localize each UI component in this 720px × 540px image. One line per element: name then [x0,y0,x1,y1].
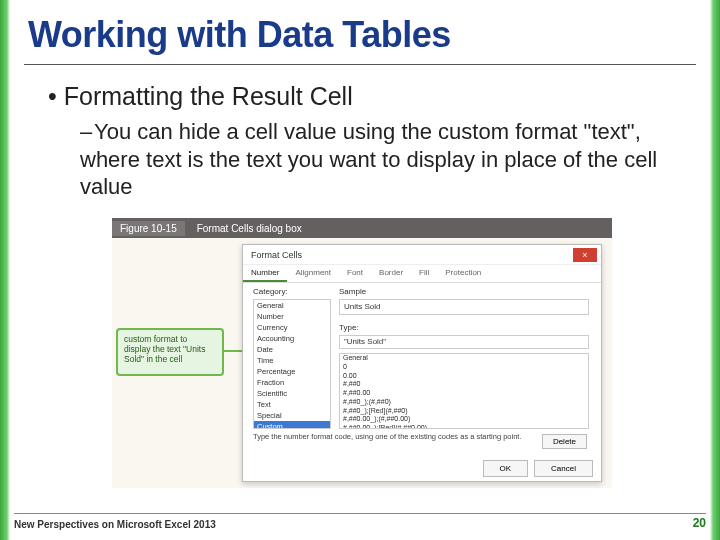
dash-icon: – [80,118,94,146]
list-item[interactable]: 0 [340,363,588,372]
bullet-level1: Formatting the Result Cell [48,82,672,111]
list-item[interactable]: Date [254,344,330,355]
tab-number[interactable]: Number [243,265,287,282]
page-number: 20 [693,516,706,530]
category-list[interactable]: General Number Currency Accounting Date … [253,299,331,429]
dialog-footer: OK Cancel [483,460,593,477]
slide: Working with Data Tables Formatting the … [0,0,720,540]
footer-divider [14,513,706,514]
figure-label: Figure 10-15 [112,221,185,236]
list-item[interactable]: General [340,354,588,363]
list-item[interactable]: Number [254,311,330,322]
list-item[interactable]: 0.00 [340,372,588,381]
figure-header: Figure 10-15 Format Cells dialog box [112,218,612,238]
category-label: Category: [253,287,288,296]
list-item[interactable]: Special [254,410,330,421]
sample-label: Sample [339,287,366,296]
list-item[interactable]: Accounting [254,333,330,344]
dialog-body: Category: General Number Currency Accoun… [243,283,601,445]
list-item[interactable]: Percentage [254,366,330,377]
list-item[interactable]: Text [254,399,330,410]
type-input[interactable]: "Units Sold" [339,335,589,349]
dialog-help-text: Type the number format code, using one o… [253,432,522,441]
slide-title: Working with Data Tables [28,14,451,56]
delete-button[interactable]: Delete [542,434,587,449]
title-underline [24,64,696,65]
tab-border[interactable]: Border [371,265,411,282]
figure-container: Figure 10-15 Format Cells dialog box cus… [112,218,612,488]
format-cells-dialog: Format Cells × Number Alignment Font Bor… [242,244,602,482]
list-item[interactable]: General [254,300,330,311]
list-item[interactable]: Time [254,355,330,366]
dialog-tabs: Number Alignment Font Border Fill Protec… [243,265,601,283]
list-item[interactable]: Fraction [254,377,330,388]
cancel-button[interactable]: Cancel [534,460,593,477]
footer-text: New Perspectives on Microsoft Excel 2013 [14,519,216,530]
close-icon[interactable]: × [573,248,597,262]
left-decoration [0,0,10,540]
figure-body: custom format to display the text "Units… [112,238,612,488]
format-list[interactable]: General 0 0.00 #,##0 #,##0.00 #,##0_);(#… [339,353,589,429]
list-item-selected[interactable]: Custom [254,421,330,429]
right-decoration [710,0,720,540]
list-item[interactable]: #,##0_);(#,##0) [340,398,588,407]
tab-alignment[interactable]: Alignment [287,265,339,282]
list-item[interactable]: Scientific [254,388,330,399]
list-item[interactable]: #,##0_);[Red](#,##0) [340,407,588,416]
sample-box: Units Sold [339,299,589,315]
tab-font[interactable]: Font [339,265,371,282]
ok-button[interactable]: OK [483,460,529,477]
list-item[interactable]: #,##0 [340,380,588,389]
figure-title: Format Cells dialog box [197,223,302,234]
bullet2-text: You can hide a cell value using the cust… [80,119,657,199]
callout-box: custom format to display the text "Units… [116,328,224,376]
type-label: Type: [339,323,359,332]
dialog-titlebar: Format Cells × [243,245,601,265]
list-item[interactable]: #,##0.00_);[Red](#,##0.00) [340,424,588,429]
dialog-title: Format Cells [251,250,302,260]
tab-fill[interactable]: Fill [411,265,437,282]
tab-protection[interactable]: Protection [437,265,489,282]
list-item[interactable]: Currency [254,322,330,333]
list-item[interactable]: #,##0.00 [340,389,588,398]
list-item[interactable]: #,##0.00_);(#,##0.00) [340,415,588,424]
bullet-level2: –You can hide a cell value using the cus… [80,118,660,201]
